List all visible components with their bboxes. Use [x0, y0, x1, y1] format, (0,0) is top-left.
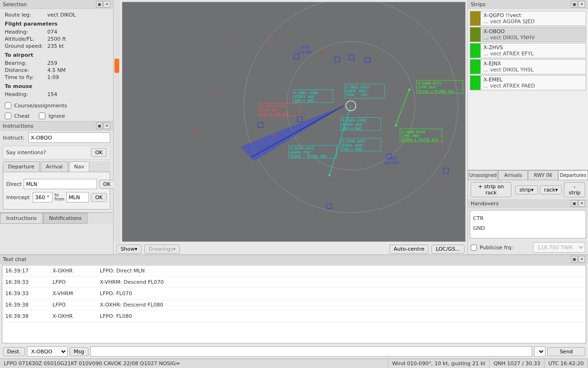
svg-point-17 [348, 159, 351, 162]
flight-params-header: Flight parameters [5, 21, 108, 27]
strips-close-icon[interactable]: ✕ [579, 1, 585, 8]
tof-value: 1:09 [47, 74, 59, 80]
routeleg-value: vect DIKOL [47, 12, 76, 18]
locgs-button[interactable]: LOC/GS... [431, 245, 465, 254]
rack-menu-button[interactable]: rack▾ [540, 185, 562, 194]
cheat-check[interactable]: Cheat [5, 113, 29, 119]
tab-instructions[interactable]: Instructions [0, 213, 43, 224]
svg-point-20 [448, 47, 450, 50]
tab-departure[interactable]: Departure [3, 161, 40, 172]
direct-input[interactable] [24, 179, 97, 189]
chat-row: 16:39:33X-VHRMLFPO: FL070 [2, 288, 586, 299]
instruct-input[interactable] [28, 132, 110, 143]
selection-close-icon[interactable]: ✕ [104, 1, 110, 8]
intercept-deg-input[interactable] [33, 192, 53, 202]
svg-rect-27 [298, 117, 303, 122]
tag-red[interactable]: X-APHL B748 LFPO 067° 095 v 420 465 [260, 103, 299, 116]
strips-title: Strips [471, 1, 486, 8]
dest-button[interactable]: Dest. [3, 347, 25, 356]
selection-undock-icon[interactable]: ▣ [96, 1, 103, 8]
tm-heading-value: 154 [47, 91, 57, 97]
ignore-check[interactable]: Ignore [39, 113, 65, 119]
intercept-ok-button[interactable]: OK [91, 193, 107, 202]
svg-text:300 =  000: 300 = 000 [295, 98, 314, 103]
svg-text:500 =  000: 500 = 000 [342, 147, 362, 151]
svg-point-11 [271, 44, 274, 46]
handovers-close-icon[interactable]: ✕ [579, 200, 585, 207]
svg-rect-29 [444, 168, 449, 174]
aircraft-tag[interactable]: X-EMEL A388ATREX 360°300 = 000 [293, 90, 333, 103]
chat-panel-header: Text chat ▣ ✕ [0, 255, 588, 264]
svg-text:095 v 420  465: 095 v 420 465 [261, 112, 289, 116]
msg-button[interactable]: Msg [70, 347, 88, 356]
routeleg-label: Route leg: [5, 12, 47, 18]
handovers-panel-header: Handovers ▣ ✕ [468, 199, 588, 208]
chat-title: Text chat [3, 256, 26, 263]
vor-pon-freq: 111.600 [298, 50, 312, 54]
intercept-fix-input[interactable] [66, 192, 89, 202]
auto-centre-button[interactable]: Auto-centre [389, 245, 429, 254]
handovers-undock-icon[interactable]: ▣ [571, 200, 578, 207]
svg-point-14 [214, 92, 217, 95]
strip-item[interactable]: X-EMEL... vect ATREX PAED [470, 75, 586, 90]
tab-notifications[interactable]: Notifications [43, 213, 88, 224]
gs-label: Ground speed: [5, 43, 47, 49]
aircraft-tag[interactable]: X-OXHR B772LFPO 264°FL154 v FL080 422 [416, 80, 463, 94]
instr-close-icon[interactable]: ✕ [104, 123, 110, 129]
strip-item[interactable]: X-ZHVS... vect ATREX EFYL [470, 43, 586, 58]
chat-row: 16:39:38LFPOX-OXHR: Descend FL080 [2, 299, 586, 311]
chat-undock-icon[interactable]: ▣ [571, 256, 578, 263]
aircraft-tag[interactable]: X-OBQO AT42DIKOL 068°2500 ^ 235 [344, 84, 384, 98]
svg-text:300 =  000: 300 = 000 [342, 126, 362, 131]
rack-tab[interactable]: Departures [558, 170, 588, 180]
say-ok-button[interactable]: OK [91, 148, 107, 157]
send-button[interactable]: Send [547, 347, 585, 356]
rack-tab[interactable]: Unassigned [468, 170, 498, 180]
aircraft-tag[interactable]: X-QGFO A320AGOPA 210°FL090 ^ FL090 383 [289, 145, 336, 158]
show-menu-button[interactable]: Show▾ [116, 245, 141, 254]
chat-input[interactable] [90, 346, 532, 357]
heading-label: Heading: [5, 29, 47, 35]
svg-line-7 [396, 90, 410, 125]
publicise-frq-check[interactable] [471, 245, 477, 251]
add-strip-button[interactable]: + strip on rack [471, 182, 511, 197]
drawings-menu-button[interactable]: Drawings▾ [144, 245, 180, 254]
strips-undock-icon[interactable]: ▣ [571, 1, 578, 8]
strip-item[interactable]: X-QGFO !!vect... vect AGOPA SJED [470, 11, 586, 26]
svg-rect-23 [335, 57, 340, 62]
status-utc: UTC 16:42:20 [544, 359, 588, 368]
strips-panel-header: Strips ▣ ✕ [468, 0, 588, 9]
navpoints [193, 35, 450, 182]
vor-mln-freq: 113.600 [385, 160, 399, 165]
aircraft-tag[interactable]: X-VHRM B744LFPO 286°FL094 v FL070 413 [400, 129, 442, 142]
strip-item[interactable]: X-OBQO... vect DIKOL YNHV [470, 27, 586, 42]
chat-history-select[interactable] [534, 346, 545, 357]
dest-select[interactable]: X-OBQO [27, 346, 68, 357]
svg-rect-24 [349, 55, 354, 60]
distance-value: 4.5 NM [47, 67, 66, 73]
rack-tab[interactable]: RWY 06 [528, 170, 558, 180]
remove-strip-button[interactable]: - strip [564, 182, 585, 197]
intercept-label: Intercept [6, 194, 31, 201]
aircraft-tag[interactable]: X-ZHVS A388ATREX 360°300 = 000 [341, 117, 381, 131]
instr-undock-icon[interactable]: ▣ [96, 123, 103, 129]
aircraft-tag[interactable]: X-EJNX A332DIKOL 068°500 = 000 [341, 138, 381, 151]
chat-close-icon[interactable]: ✕ [579, 256, 585, 263]
handover-item[interactable]: CTR [473, 213, 583, 223]
strip-menu-button[interactable]: strip▾ [515, 185, 538, 194]
handover-item[interactable]: GND [473, 223, 583, 233]
strip-item[interactable]: X-EJNX... vect DIKOL YHSL [470, 59, 586, 74]
svg-point-10 [232, 35, 235, 37]
rack-tab[interactable]: Arrivals [498, 170, 528, 180]
handover-list[interactable]: CTR GND [470, 210, 586, 238]
status-qnh: QNH 1027 / 30.33 [490, 359, 544, 368]
status-wind: Wind 010-090°, 10 kt, gusting 21 kt [388, 359, 490, 368]
range-slider-left[interactable] [114, 0, 120, 244]
tof-label: Time to fly: [5, 74, 47, 80]
tab-arrival[interactable]: Arrival [41, 161, 68, 172]
radar-scope[interactable]: PON 111.600 MLN 113.600 X-APHL B748 LFPO… [122, 2, 465, 242]
to-from-label: to from [54, 193, 64, 202]
course-check[interactable]: Course/assignments [5, 102, 108, 109]
tab-nav[interactable]: Nav [69, 161, 89, 172]
direct-ok-button[interactable]: OK [99, 180, 115, 189]
